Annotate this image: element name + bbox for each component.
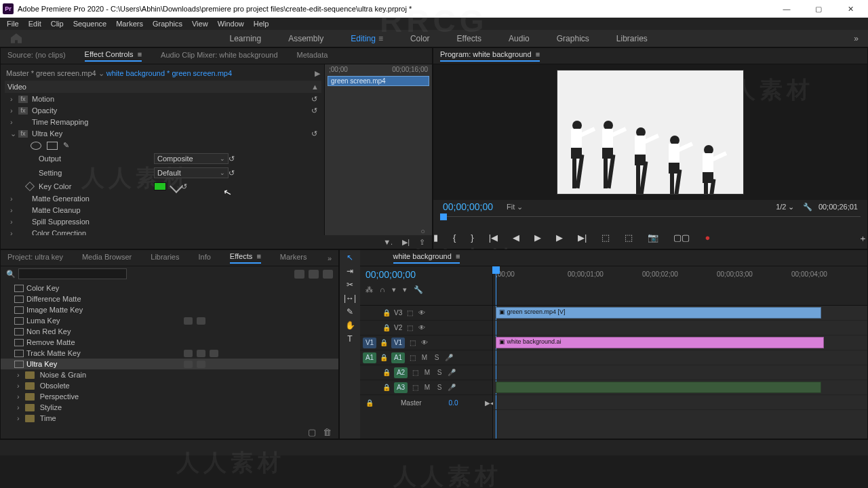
export-icon[interactable]: ⇪ — [419, 238, 425, 247]
menu-window[interactable]: Window — [218, 20, 244, 28]
ws-color[interactable]: Color — [410, 34, 430, 43]
workspace-overflow-icon[interactable]: » — [854, 34, 859, 43]
maximize-button[interactable]: ▢ — [804, 0, 833, 18]
ec-spill[interactable]: ›Spill Suppression — [5, 216, 321, 227]
trash-icon[interactable]: 🗑 — [323, 427, 332, 437]
tab-media-browser[interactable]: Media Browser — [82, 253, 132, 263]
program-scrub[interactable] — [440, 216, 861, 226]
tab-audio-mixer[interactable]: Audio Clip Mixer: white background — [161, 51, 277, 61]
effect-item[interactable]: Image Matte Key — [1, 304, 338, 315]
tab-program[interactable]: Program: white background ≡ — [440, 50, 540, 62]
ws-libraries[interactable]: Libraries — [616, 34, 648, 43]
program-scale[interactable]: 1/2 — [776, 203, 786, 211]
ec-matte-clean[interactable]: ›Matte Cleanup — [5, 205, 321, 216]
ec-motion[interactable]: ›fxMotion↺ — [5, 94, 321, 104]
effect-item[interactable]: Remove Matte — [1, 337, 338, 348]
output-dropdown[interactable]: Composite — [154, 153, 229, 164]
ws-audio[interactable]: Audio — [509, 34, 530, 43]
menu-edit[interactable]: Edit — [28, 20, 41, 28]
step-fwd-icon[interactable]: ▶ — [556, 232, 563, 245]
menu-clip[interactable]: Clip — [51, 20, 64, 28]
ellipse-mask-icon[interactable] — [31, 142, 41, 150]
marker-add-icon[interactable]: ▾ — [392, 285, 396, 294]
ws-graphics[interactable]: Graphics — [557, 34, 589, 43]
menu-help[interactable]: Help — [254, 20, 269, 28]
timeline-timecode[interactable]: 00;00;00;00 — [366, 269, 416, 280]
tab-markers[interactable]: Markers — [280, 253, 307, 263]
add-button-icon[interactable]: ＋ — [859, 232, 867, 245]
lift-icon[interactable]: ⬚ — [601, 232, 610, 245]
step-back-icon[interactable]: ◀ — [513, 232, 519, 245]
ec-time-remap[interactable]: ›Time Remapping — [5, 117, 321, 127]
effect-folder[interactable]: ›Time — [1, 413, 338, 424]
play-only-icon[interactable]: ▶| — [402, 238, 410, 247]
effects-search-input[interactable] — [18, 268, 127, 279]
effect-folder[interactable]: ›Perspective — [1, 391, 338, 402]
clip-a3[interactable] — [496, 382, 821, 393]
effect-item[interactable]: Difference Matte — [1, 293, 338, 304]
key-color-swatch[interactable] — [154, 182, 166, 190]
badge-accel[interactable] — [309, 270, 319, 279]
menu-markers[interactable]: Markers — [116, 20, 143, 28]
badge-yuv[interactable] — [323, 270, 333, 279]
go-in-icon[interactable]: |◀ — [489, 232, 498, 245]
effect-folder[interactable]: ›Stylize — [1, 402, 338, 413]
camera-icon[interactable]: 📷 — [648, 232, 658, 245]
go-out-icon[interactable]: ▶| — [578, 232, 587, 245]
timeline-ruler[interactable]: ;00;00 00;00;01;00 00;00;02;00 00;00;03;… — [493, 266, 867, 305]
effect-item[interactable]: Non Red Key — [1, 326, 338, 337]
ec-color-corr[interactable]: ›Color Correction — [5, 228, 321, 235]
play-icon[interactable]: ▶ — [534, 232, 541, 245]
new-bin-icon[interactable]: ▢ — [308, 427, 316, 437]
effect-item[interactable]: Track Matte Key — [1, 348, 338, 359]
tab-source[interactable]: Source: (no clips) — [7, 51, 66, 61]
filter-icon[interactable]: ▼. — [383, 238, 393, 246]
home-icon[interactable] — [9, 33, 23, 45]
ws-effects[interactable]: Effects — [457, 34, 481, 43]
track-select-tool-icon[interactable]: ⇥ — [347, 266, 353, 276]
tab-effect-controls[interactable]: Effect Controls ≡ — [85, 50, 142, 62]
effect-item[interactable]: Ultra Key — [1, 359, 338, 369]
menu-sequence[interactable]: Sequence — [73, 20, 107, 28]
ws-assembly[interactable]: Assembly — [288, 34, 323, 43]
effect-folder[interactable]: ›Noise & Grain — [1, 369, 338, 380]
compare-icon[interactable]: ▢▢ — [673, 232, 690, 245]
menu-view[interactable]: View — [192, 20, 208, 28]
tab-libraries[interactable]: Libraries — [151, 253, 179, 263]
selection-tool-icon[interactable]: ↖ — [347, 253, 353, 262]
timeline-tracks[interactable]: ▣ green screen.mp4 [V] ▣ white backgroun… — [493, 306, 867, 439]
menu-graphics[interactable]: Graphics — [153, 20, 182, 28]
ec-opacity[interactable]: ›fxOpacity↺ — [5, 105, 321, 116]
program-zoom[interactable]: Fit ⌄ — [507, 203, 540, 211]
record-icon[interactable]: ● — [705, 232, 710, 245]
effect-folder[interactable]: ›Obsolete — [1, 380, 338, 391]
ripple-tool-icon[interactable]: ✂ — [347, 280, 353, 289]
marker-icon[interactable]: { — [453, 232, 456, 245]
snap-icon[interactable]: ⁂ — [366, 285, 373, 294]
ws-editing[interactable]: Editing≡ — [351, 34, 383, 43]
extract-icon[interactable]: ⬚ — [625, 232, 633, 245]
tab-metadata[interactable]: Metadata — [297, 51, 328, 61]
setting-dropdown[interactable]: Default — [154, 167, 229, 178]
badge-32[interactable] — [294, 270, 304, 279]
settings-icon[interactable]: ▾ — [403, 285, 407, 294]
clip-v3[interactable]: ▣ green screen.mp4 [V] — [496, 307, 821, 319]
wrench-icon[interactable]: 🔧 — [414, 285, 423, 294]
keyframe-toggle-icon[interactable] — [25, 182, 35, 191]
pen-mask-icon[interactable]: ✎ — [63, 141, 69, 150]
ec-matte-gen[interactable]: ›Matte Generation — [5, 193, 321, 204]
ec-mini-clip[interactable]: green screen.mp4 — [328, 76, 429, 86]
menu-file[interactable]: File — [7, 20, 19, 28]
clip-v1[interactable]: ▣ white background.ai — [496, 337, 824, 348]
minimize-button[interactable]: — — [772, 0, 802, 18]
marker-out-icon[interactable]: } — [471, 232, 473, 245]
tab-effects[interactable]: Effects ≡ — [230, 252, 261, 264]
rect-mask-icon[interactable] — [47, 142, 58, 150]
close-button[interactable]: ✕ — [835, 0, 865, 18]
playhead[interactable] — [496, 266, 496, 305]
tab-sequence[interactable]: white background ≡ — [393, 252, 460, 264]
slip-tool-icon[interactable]: |↔| — [344, 293, 356, 303]
program-timecode[interactable]: 00;00;00;00 — [443, 201, 493, 212]
link-icon[interactable]: ∩ — [380, 285, 385, 294]
effect-item[interactable]: Luma Key — [1, 315, 338, 326]
